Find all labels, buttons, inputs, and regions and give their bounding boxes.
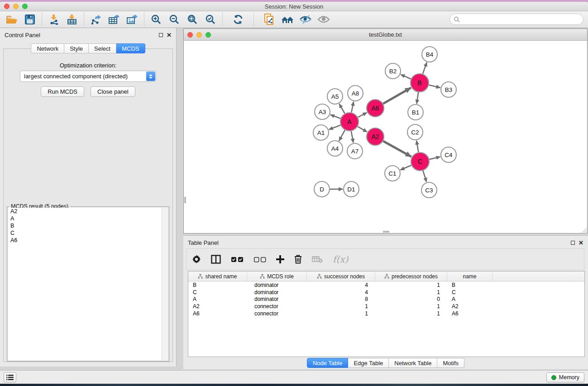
graph-edge-C-C4[interactable] xyxy=(429,157,440,159)
table-row[interactable]: Adominator80A xyxy=(188,296,584,303)
result-item[interactable]: C xyxy=(8,229,168,237)
tab-node-table[interactable]: Node Table xyxy=(307,358,349,368)
table-cell: C xyxy=(188,289,247,295)
graph-edge-A-A6[interactable] xyxy=(358,113,367,117)
zoom-out-icon[interactable] xyxy=(165,12,183,27)
table-cell: C xyxy=(447,289,492,295)
tab-network[interactable]: Network xyxy=(31,43,64,53)
memory-button[interactable]: Memory xyxy=(546,372,584,382)
save-session-icon[interactable] xyxy=(21,12,39,27)
column-header-predecessor-nodes[interactable]: predecessor nodes xyxy=(375,272,447,281)
show-all-icon[interactable] xyxy=(315,12,333,27)
export-table-icon[interactable] xyxy=(105,12,123,27)
result-item[interactable]: A6 xyxy=(8,237,168,244)
close-panel-icon[interactable]: ✕ xyxy=(578,240,583,246)
main-toolbar xyxy=(0,11,588,28)
graph-edge-A2-C[interactable] xyxy=(383,141,411,157)
tab-mcds[interactable]: MCDS xyxy=(116,43,145,53)
import-network-icon[interactable] xyxy=(45,12,63,27)
deselect-all-checkboxes-icon[interactable] xyxy=(253,257,266,262)
tab-style[interactable]: Style xyxy=(64,43,89,53)
table-cell: 1 xyxy=(375,282,447,288)
graph-edge-C-C2[interactable] xyxy=(416,141,418,152)
gear-icon[interactable] xyxy=(192,255,201,264)
graph-edge-C-C3[interactable] xyxy=(423,171,426,182)
table-row[interactable]: A6connector11A6 xyxy=(188,310,584,317)
table-body: Bdominator41BCdominator41CAdominator80AA… xyxy=(188,281,584,317)
zoom-fit-icon[interactable] xyxy=(183,12,201,27)
import-table-icon[interactable] xyxy=(63,12,81,27)
resize-grip[interactable] xyxy=(581,227,587,233)
zoom-in-icon[interactable] xyxy=(147,12,165,27)
open-session-icon[interactable] xyxy=(3,12,21,27)
close-panel-button[interactable]: Close panel xyxy=(91,86,135,97)
network-window-titlebar[interactable]: testGlobe.txt xyxy=(184,29,587,41)
table-toolbar: f(x) xyxy=(186,248,584,270)
graph-edge-B-B3[interactable] xyxy=(429,85,440,88)
new-network-from-selection-icon[interactable] xyxy=(260,12,278,27)
control-panel-title: Control Panel xyxy=(5,32,40,38)
tab-motifs[interactable]: Motifs xyxy=(437,358,464,368)
search-field[interactable] xyxy=(449,14,583,25)
tab-edge-table[interactable]: Edge Table xyxy=(348,358,389,368)
mcds-result-list: A2ABCA6 xyxy=(8,208,168,360)
hide-selected-icon[interactable] xyxy=(296,12,315,27)
table-header-row: shared nameMCDS rolesuccessor nodesprede… xyxy=(188,272,584,281)
table-row[interactable]: Cdominator41C xyxy=(188,289,584,296)
select-all-checkboxes-icon[interactable] xyxy=(231,257,244,262)
app-titlebar: Session: New Session xyxy=(0,2,588,11)
graph-edge-A6-B[interactable] xyxy=(383,88,411,104)
criterion-dropdown[interactable]: largest connected component (directed) xyxy=(20,71,156,82)
refresh-layout-icon[interactable] xyxy=(229,12,247,27)
graph-edge-C-C1[interactable] xyxy=(400,165,411,170)
function-builder-icon[interactable]: f(x) xyxy=(333,254,348,265)
result-scrollbar[interactable] xyxy=(162,208,168,360)
graph-edge-A-A2[interactable] xyxy=(358,127,367,132)
column-header-shared-name[interactable]: shared name xyxy=(188,272,247,281)
memory-status-icon xyxy=(551,375,556,380)
delete-column-icon[interactable] xyxy=(294,255,302,264)
toolbar-separator xyxy=(84,13,84,26)
run-mcds-button[interactable]: Run MCDS xyxy=(41,86,84,97)
result-item[interactable]: B xyxy=(8,222,168,229)
graph-edge-B-B4[interactable] xyxy=(423,62,427,74)
graph-edge-A-A7[interactable] xyxy=(351,131,354,143)
network-canvas[interactable]: B4B2BB3A5A8A6A3B1AA1C2A2A4A7C4CC1C3DD1 xyxy=(184,41,587,233)
task-history-button[interactable] xyxy=(4,372,16,382)
graph-edge-B-B2[interactable] xyxy=(401,75,411,79)
first-neighbors-icon[interactable] xyxy=(278,12,296,27)
graph-node-label: B xyxy=(417,79,421,86)
float-panel-icon[interactable] xyxy=(159,33,163,37)
export-network-icon[interactable] xyxy=(87,12,105,27)
table-row[interactable]: A2connector11A2 xyxy=(188,303,584,310)
graph-edge-A-A1[interactable] xyxy=(329,125,341,129)
search-input[interactable] xyxy=(460,14,583,24)
export-image-icon[interactable] xyxy=(123,12,141,27)
zoom-selected-icon[interactable] xyxy=(201,12,220,27)
delete-table-icon[interactable] xyxy=(312,256,323,263)
column-header-name[interactable]: name xyxy=(447,272,492,281)
tab-network-table[interactable]: Network Table xyxy=(389,358,437,368)
close-panel-icon[interactable]: ✕ xyxy=(167,32,172,38)
memory-label: Memory xyxy=(559,374,579,381)
toolbar-separator xyxy=(42,13,42,26)
graph-edge-A-A4[interactable] xyxy=(339,130,345,141)
add-column-icon[interactable] xyxy=(276,255,284,263)
result-item[interactable]: A2 xyxy=(8,208,168,215)
result-item[interactable]: A xyxy=(8,215,168,222)
columns-icon[interactable] xyxy=(211,255,221,264)
mcds-result-box: MCDS result (5 nodes) A2ABCA6 xyxy=(7,206,169,362)
vertical-scroll-nub[interactable] xyxy=(184,197,186,203)
graph-edge-B-B1[interactable] xyxy=(417,92,419,104)
column-header-MCDS-role[interactable]: MCDS role xyxy=(247,272,307,281)
table-panel-title: Table Panel xyxy=(188,239,219,246)
dropdown-stepper-icon xyxy=(146,71,155,81)
float-panel-icon[interactable] xyxy=(571,241,575,245)
tab-select[interactable]: Select xyxy=(89,43,116,53)
horizontal-scroll-nub[interactable] xyxy=(383,231,389,233)
column-header-successor-nodes[interactable]: successor nodes xyxy=(307,272,375,281)
graph-edge-A-A5[interactable] xyxy=(339,104,344,113)
graph-edge-A-A3[interactable] xyxy=(330,115,340,119)
table-row[interactable]: Bdominator41B xyxy=(188,281,584,289)
graph-edge-A-A8[interactable] xyxy=(351,102,354,113)
